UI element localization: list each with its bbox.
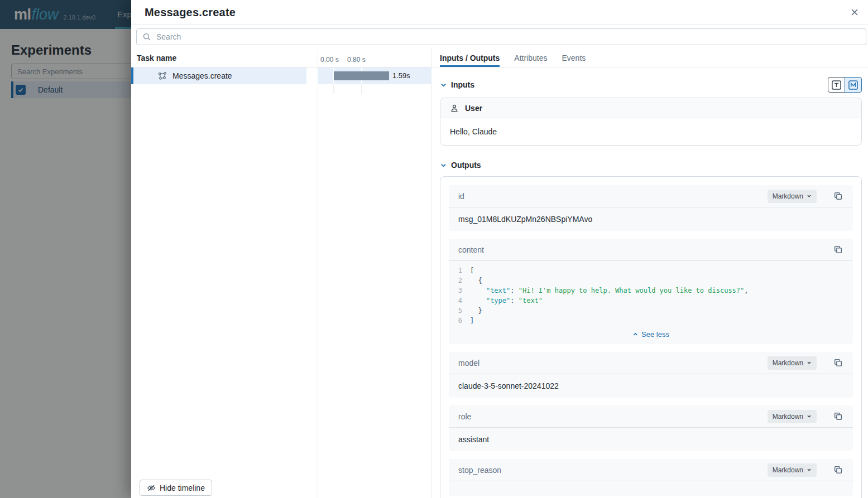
chevron-up-icon bbox=[632, 331, 639, 337]
span-detail-pane: Inputs / Outputs Attributes Events Input… bbox=[431, 49, 868, 498]
detail-tabs: Inputs / Outputs Attributes Events bbox=[431, 49, 868, 67]
hide-timeline-button[interactable]: Hide timeline bbox=[140, 480, 212, 496]
field-header: id Markdown bbox=[449, 185, 853, 207]
duration-label: 1.59s bbox=[392, 67, 410, 84]
chevron-down-icon[interactable] bbox=[440, 81, 447, 89]
renderer-select-value: Markdown bbox=[773, 466, 803, 474]
tab-inputs-outputs[interactable]: Inputs / Outputs bbox=[440, 49, 500, 67]
field-value: claude-3-5-sonnet-20241022 bbox=[449, 374, 853, 398]
field-header: content bbox=[449, 239, 853, 261]
timeline-tick: 0.00 s bbox=[320, 56, 339, 64]
task-table-header: Task name 0.00 s 0.80 s bbox=[131, 49, 431, 67]
code-block: 1[2 {3 "text": "Hi! I'm happy to help. W… bbox=[449, 261, 853, 326]
code-line: 3 "text": "Hi! I'm happy to help. What w… bbox=[449, 286, 853, 296]
tab-attributes[interactable]: Attributes bbox=[514, 49, 547, 67]
trace-drawer: Messages.create Task name 0.00 s 0.80 s bbox=[131, 0, 868, 498]
copy-icon bbox=[833, 465, 843, 475]
detail-content: Inputs bbox=[431, 67, 868, 498]
output-field-stop-reason: stop_reason Markdown bbox=[449, 459, 853, 496]
trace-span-icon bbox=[158, 71, 167, 80]
outputs-section-title: Outputs bbox=[451, 161, 481, 170]
field-value: assistant bbox=[449, 428, 853, 451]
drawer-search-row bbox=[131, 25, 868, 49]
search-box[interactable] bbox=[136, 28, 866, 45]
search-input[interactable] bbox=[156, 32, 860, 41]
renderer-select-value: Markdown bbox=[773, 192, 803, 200]
task-row-label: Messages.create bbox=[172, 67, 232, 84]
field-label: content bbox=[458, 245, 484, 254]
render-as-text-button[interactable] bbox=[828, 77, 845, 93]
field-header: stop_reason Markdown bbox=[449, 459, 853, 481]
outputs-card: id Markdown bbox=[440, 176, 862, 498]
timeline-gridline bbox=[361, 84, 362, 94]
task-name-column-header: Task name bbox=[137, 49, 176, 67]
row-selected-accent bbox=[131, 67, 133, 84]
close-icon bbox=[850, 8, 859, 17]
task-row-messages-create[interactable]: Messages.create 1.59s bbox=[131, 67, 431, 84]
copy-button[interactable] bbox=[833, 358, 843, 368]
render-mode-toggle bbox=[828, 77, 862, 93]
inputs-section-header: Inputs bbox=[440, 77, 862, 93]
chevron-down-icon[interactable] bbox=[440, 162, 447, 169]
chevron-down-icon bbox=[807, 360, 812, 365]
search-icon bbox=[142, 32, 151, 41]
drawer-body: Task name 0.00 s 0.80 s Messages.create … bbox=[131, 49, 868, 498]
close-button[interactable] bbox=[847, 4, 862, 20]
copy-icon bbox=[833, 358, 843, 368]
render-as-markdown-button[interactable] bbox=[845, 77, 862, 93]
input-message-card: User Hello, Claude bbox=[440, 98, 862, 146]
see-less-button[interactable]: See less bbox=[449, 326, 853, 344]
text-mode-icon bbox=[831, 80, 842, 90]
code-line: 2 { bbox=[449, 275, 853, 286]
message-role-header: User bbox=[440, 98, 861, 118]
renderer-select[interactable]: Markdown bbox=[768, 356, 817, 370]
chevron-down-icon bbox=[807, 194, 812, 199]
see-less-label: See less bbox=[641, 330, 669, 339]
copy-button[interactable] bbox=[833, 191, 843, 201]
hide-timeline-label: Hide timeline bbox=[160, 484, 205, 492]
field-label: model bbox=[458, 359, 479, 368]
code-line: 4 "type": "text" bbox=[449, 296, 853, 306]
user-icon bbox=[450, 104, 459, 113]
code-line: 6] bbox=[449, 316, 853, 326]
field-label: id bbox=[458, 192, 464, 201]
renderer-select-value: Markdown bbox=[773, 413, 803, 420]
output-field-content: content 1[2 {3 "text": "Hi! I'm happy to… bbox=[449, 239, 853, 344]
inputs-section-title: Inputs bbox=[451, 80, 474, 89]
copy-button[interactable] bbox=[833, 412, 843, 422]
renderer-select-value: Markdown bbox=[773, 359, 803, 367]
drawer-header: Messages.create bbox=[131, 0, 868, 25]
field-value bbox=[449, 481, 853, 496]
output-field-id: id Markdown bbox=[449, 185, 853, 231]
timeline-gridline bbox=[333, 84, 334, 94]
renderer-select[interactable]: Markdown bbox=[768, 410, 817, 423]
drawer-title: Messages.create bbox=[145, 6, 236, 19]
copy-button[interactable] bbox=[833, 465, 843, 475]
markdown-mode-icon bbox=[848, 80, 859, 90]
copy-icon bbox=[833, 191, 843, 201]
eye-off-icon bbox=[147, 484, 156, 492]
field-value: msg_01M8LdKUZpMn26NBSpiYMAvo bbox=[449, 207, 853, 231]
field-label: stop_reason bbox=[458, 466, 501, 475]
duration-bar[interactable] bbox=[334, 71, 389, 80]
output-field-model: model Markdown bbox=[449, 352, 853, 398]
code-line: 1[ bbox=[449, 265, 853, 275]
chevron-down-icon bbox=[807, 467, 812, 472]
column-divider bbox=[318, 49, 318, 498]
timeline-tick: 0.80 s bbox=[347, 56, 366, 64]
tab-events[interactable]: Events bbox=[562, 49, 586, 67]
field-header: model Markdown bbox=[449, 352, 853, 374]
outputs-section-header: Outputs bbox=[440, 159, 862, 171]
copy-icon bbox=[833, 412, 843, 421]
code-line: 5 } bbox=[449, 306, 853, 316]
renderer-select[interactable]: Markdown bbox=[768, 190, 817, 203]
copy-button[interactable] bbox=[833, 245, 843, 255]
renderer-select[interactable]: Markdown bbox=[768, 463, 817, 477]
message-role-label: User bbox=[465, 104, 482, 113]
screen: ml flow 2.18.1.dev0 Exp Experiments Defa… bbox=[0, 0, 868, 498]
field-header: role Markdown bbox=[449, 405, 853, 428]
task-timeline-pane: Task name 0.00 s 0.80 s Messages.create … bbox=[131, 49, 431, 498]
copy-icon bbox=[833, 245, 843, 254]
field-label: role bbox=[458, 412, 471, 421]
message-content: Hello, Claude bbox=[440, 118, 861, 145]
